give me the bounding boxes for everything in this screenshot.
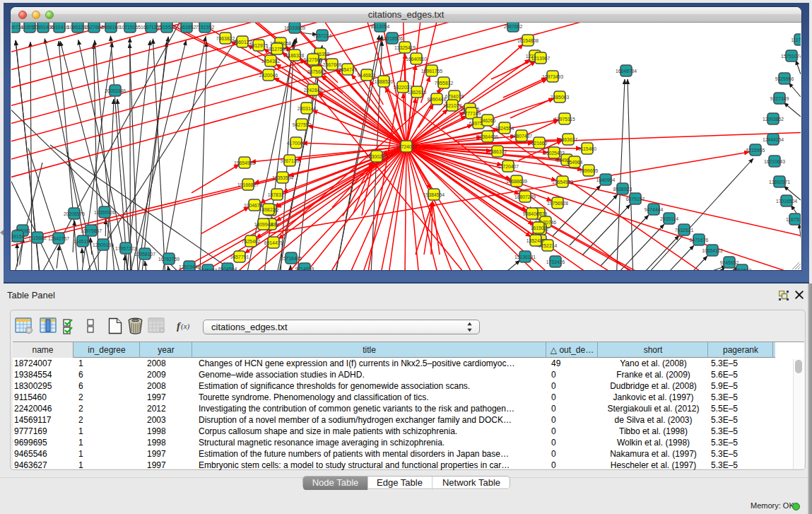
svg-text:2087682: 2087682 <box>504 24 523 29</box>
svg-text:9463627: 9463627 <box>559 137 578 142</box>
svg-text:16640910: 16640910 <box>406 57 427 62</box>
svg-text:15716485: 15716485 <box>281 256 302 261</box>
svg-text:7357224: 7357224 <box>313 33 332 38</box>
svg-text:13692971: 13692971 <box>769 180 790 185</box>
svg-text:9474444: 9474444 <box>645 207 664 212</box>
svg-text:1117053: 1117053 <box>791 37 801 42</box>
svg-text:12975115: 12975115 <box>554 117 575 122</box>
svg-text:6466160: 6466160 <box>102 25 121 30</box>
svg-text:9760542: 9760542 <box>733 268 752 270</box>
svg-text:12923448: 12923448 <box>179 264 200 269</box>
svg-text:1409948: 1409948 <box>254 222 273 227</box>
svg-text:20053346: 20053346 <box>105 88 126 93</box>
svg-text:746266: 746266 <box>480 118 496 123</box>
svg-text:8938923: 8938923 <box>613 187 632 192</box>
svg-text:12353594: 12353594 <box>272 175 293 180</box>
svg-text:9127505: 9127505 <box>304 57 323 62</box>
svg-text:15136141: 15136141 <box>514 255 536 259</box>
svg-text:12505135: 12505135 <box>93 243 114 247</box>
svg-text:17016504: 17016504 <box>776 199 797 204</box>
svg-text:20206576: 20206576 <box>64 211 85 216</box>
svg-text:7386372: 7386372 <box>488 149 507 154</box>
svg-text:8924504: 8924504 <box>218 267 237 270</box>
svg-text:5322037: 5322037 <box>394 85 413 90</box>
svg-text:1054382: 1054382 <box>261 59 281 64</box>
svg-text:4170063: 4170063 <box>287 141 306 146</box>
svg-text:10807487: 10807487 <box>511 134 532 139</box>
svg-text:6794078: 6794078 <box>445 94 464 99</box>
svg-text:18127509: 18127509 <box>266 47 288 52</box>
svg-text:8471676: 8471676 <box>690 238 709 243</box>
svg-text:19218506: 19218506 <box>382 36 403 41</box>
svg-text:39154: 39154 <box>11 234 25 239</box>
svg-text:1733426: 1733426 <box>546 259 565 264</box>
svg-text:1888520: 1888520 <box>375 79 394 84</box>
svg-text:8914479: 8914479 <box>264 240 283 245</box>
svg-text:954964: 954964 <box>567 160 583 165</box>
svg-text:9245652: 9245652 <box>720 260 739 265</box>
svg-text:(x): (x) <box>181 322 190 331</box>
svg-text:1167533: 1167533 <box>786 217 801 222</box>
svg-text:7485063: 7485063 <box>551 95 570 100</box>
svg-text:16648784: 16648784 <box>616 69 637 74</box>
svg-text:16961755: 16961755 <box>421 69 442 74</box>
svg-text:9115460: 9115460 <box>578 146 596 151</box>
svg-text:9427552: 9427552 <box>293 122 312 127</box>
svg-text:18807249: 18807249 <box>514 194 536 199</box>
svg-text:2803144: 2803144 <box>298 106 317 111</box>
svg-text:8990448: 8990448 <box>428 97 447 102</box>
svg-text:1878317: 1878317 <box>268 192 287 197</box>
svg-text:7151552: 7151552 <box>196 25 215 30</box>
svg-text:17359926: 17359926 <box>94 210 115 215</box>
svg-text:10654112: 10654112 <box>702 248 723 253</box>
svg-text:15720407: 15720407 <box>498 164 519 169</box>
svg-text:9146821: 9146821 <box>358 73 377 78</box>
svg-text:6879197: 6879197 <box>626 197 645 201</box>
svg-text:9777169: 9777169 <box>462 111 481 116</box>
svg-text:7463852: 7463852 <box>177 25 196 30</box>
svg-text:161503: 161503 <box>531 226 547 230</box>
svg-text:621660: 621660 <box>531 141 548 146</box>
svg-text:10958107: 10958107 <box>134 252 155 257</box>
svg-text:9457791: 9457791 <box>230 255 249 259</box>
svg-text:19384554: 19384554 <box>423 192 445 197</box>
svg-text:7955812: 7955812 <box>435 81 454 86</box>
svg-text:9227349: 9227349 <box>770 96 789 101</box>
svg-text:16782759: 16782759 <box>158 257 180 262</box>
svg-text:19166827: 19166827 <box>237 182 259 187</box>
svg-text:1621072: 1621072 <box>443 103 462 108</box>
svg-text:13325419: 13325419 <box>394 45 416 50</box>
svg-text:12444154: 12444154 <box>763 137 784 142</box>
svg-text:1362615: 1362615 <box>408 90 427 95</box>
svg-text:19654923: 19654923 <box>552 180 573 185</box>
svg-text:10688639: 10688639 <box>506 179 527 184</box>
svg-text:16154808: 16154808 <box>517 38 539 43</box>
svg-text:20364436: 20364436 <box>477 134 498 139</box>
svg-text:9899695: 9899695 <box>579 168 599 173</box>
svg-text:7632621: 7632621 <box>675 228 694 233</box>
svg-text:16033809: 16033809 <box>284 25 305 30</box>
svg-text:8186328: 8186328 <box>286 53 305 58</box>
svg-text:12942757: 12942757 <box>48 236 69 241</box>
svg-text:17957223: 17957223 <box>115 246 136 251</box>
svg-text:1640954: 1640954 <box>596 177 616 182</box>
svg-text:19756928: 19756928 <box>547 201 568 206</box>
svg-text:1498221: 1498221 <box>259 207 278 212</box>
svg-text:19654983: 19654983 <box>234 160 255 165</box>
svg-text:7515526: 7515526 <box>158 25 177 30</box>
svg-text:8454749: 8454749 <box>339 67 358 72</box>
svg-text:10975867: 10975867 <box>81 228 102 233</box>
svg-text:1145194: 1145194 <box>73 239 92 244</box>
svg-text:1115682: 1115682 <box>28 235 47 240</box>
svg-text:3824554: 3824554 <box>495 126 514 131</box>
svg-text:18724007: 18724007 <box>396 144 417 149</box>
svg-text:3912975: 3912975 <box>249 43 269 48</box>
svg-text:18300295: 18300295 <box>366 154 387 159</box>
svg-text:8215955: 8215955 <box>746 148 765 153</box>
svg-text:9267130: 9267130 <box>281 158 300 163</box>
svg-text:9714859: 9714859 <box>295 267 314 270</box>
svg-text:16210643: 16210643 <box>764 159 785 164</box>
svg-text:9245062: 9245062 <box>199 268 218 270</box>
svg-text:2420046: 2420046 <box>259 73 278 78</box>
svg-text:10973493: 10973493 <box>542 74 563 79</box>
